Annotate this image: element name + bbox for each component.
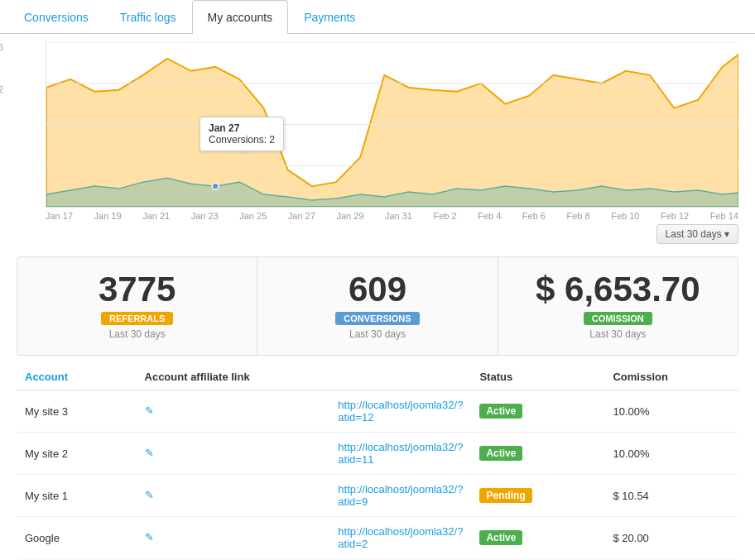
stat-sublabel: Last 30 days: [507, 328, 729, 340]
edit-icon[interactable]: ✎: [145, 447, 160, 460]
tabs-bar: ConversionsTraffic logsMy accountsPaymen…: [0, 0, 755, 34]
affiliate-link-cell: http://localhost/joomla32/?atid=11: [329, 433, 471, 475]
affiliate-link[interactable]: http://localhost/joomla32/?atid=11: [338, 441, 463, 466]
stat-sublabel: Last 30 days: [266, 328, 488, 340]
col-header-0: Account: [17, 364, 137, 390]
date-filter-button[interactable]: Last 30 days ▾: [656, 224, 738, 244]
x-axis: Jan 17 Jan 19 Jan 21 Jan 23 Jan 25 Jan 2…: [46, 211, 738, 221]
chart-area: Jan 27 Conversions: 2: [46, 42, 738, 208]
affiliate-link[interactable]: http://localhost/joomla32/?atid=9: [338, 483, 463, 508]
affiliate-link-cell: http://localhost/joomla32/?atid=9: [329, 475, 471, 517]
stat-number: 3775: [26, 272, 248, 307]
stat-badge: CONVERSIONS: [335, 312, 419, 325]
stat-item-conversions: 609 CONVERSIONS Last 30 days: [257, 257, 498, 355]
affiliate-link-cell: http://localhost/joomla32/?atid=12: [329, 390, 471, 433]
stat-sublabel: Last 30 days: [26, 328, 248, 340]
account-name: My site 1: [17, 475, 137, 517]
col-header-4: Comission: [604, 364, 738, 390]
chart-container: Jan 27 Conversions: 2 16 12 8 4 0 Jan 17…: [0, 34, 755, 248]
svg-point-6: [212, 183, 219, 189]
status-badge: Pending: [479, 488, 531, 503]
edit-icon[interactable]: ✎: [145, 489, 160, 502]
col-header-2: [329, 364, 471, 390]
edit-cell: ✎: [137, 517, 330, 559]
edit-cell: ✎: [137, 433, 330, 475]
commission-value: $ 20.00: [604, 517, 738, 559]
commission-value: 10.00%: [604, 390, 738, 433]
stat-number: 609: [266, 272, 488, 307]
affiliate-link-cell: http://localhost/joomla32/?atid=2: [329, 517, 471, 559]
stat-badge: REFERRALS: [101, 312, 173, 325]
status-badge: Active: [479, 446, 522, 461]
tab-my-accounts[interactable]: My accounts: [192, 0, 289, 34]
status-badge: Active: [479, 404, 522, 419]
account-name: My site 2: [17, 433, 137, 475]
status-badge: Active: [479, 530, 522, 545]
edit-cell: ✎: [137, 475, 330, 517]
table-row: My site 1✎http://localhost/joomla32/?ati…: [17, 475, 738, 517]
edit-icon[interactable]: ✎: [145, 531, 160, 544]
affiliate-link[interactable]: http://localhost/joomla32/?atid=2: [338, 525, 463, 550]
col-header-3: Status: [471, 364, 604, 390]
stat-item-referrals: 3775 REFERRALS Last 30 days: [17, 257, 257, 355]
stats-bar: 3775 REFERRALS Last 30 days 609 CONVERSI…: [17, 256, 738, 356]
affiliate-link[interactable]: http://localhost/joomla32/?atid=12: [338, 399, 463, 424]
table-row: My site 2✎http://localhost/joomla32/?ati…: [17, 433, 738, 475]
accounts-table: AccountAccount affiliate linkStatusComis…: [17, 364, 738, 560]
stat-badge: COMISSION: [584, 312, 652, 325]
edit-icon[interactable]: ✎: [145, 404, 160, 418]
stat-number: $ 6,653.70: [507, 272, 729, 307]
commission-value: $ 10.54: [604, 475, 738, 517]
tab-conversions[interactable]: Conversions: [8, 0, 104, 34]
tab-traffic-logs[interactable]: Traffic logs: [104, 0, 192, 34]
y-axis: 16 12 8 4 0: [0, 42, 3, 221]
edit-cell: ✎: [137, 390, 330, 433]
account-name: My site 3: [17, 390, 137, 433]
status-cell: Active: [471, 390, 604, 433]
status-cell: Active: [471, 517, 604, 559]
tab-payments[interactable]: Payments: [288, 0, 371, 34]
table-row: Google✎http://localhost/joomla32/?atid=2…: [17, 517, 738, 559]
status-cell: Active: [471, 433, 604, 475]
status-cell: Pending: [471, 475, 604, 517]
table-row: My site 3✎http://localhost/joomla32/?ati…: [17, 390, 738, 433]
commission-value: 10.00%: [604, 433, 738, 475]
account-name: Google: [17, 517, 137, 559]
stat-item-comission: $ 6,653.70 COMISSION Last 30 days: [498, 257, 738, 355]
col-header-1: Account affiliate link: [137, 364, 330, 390]
